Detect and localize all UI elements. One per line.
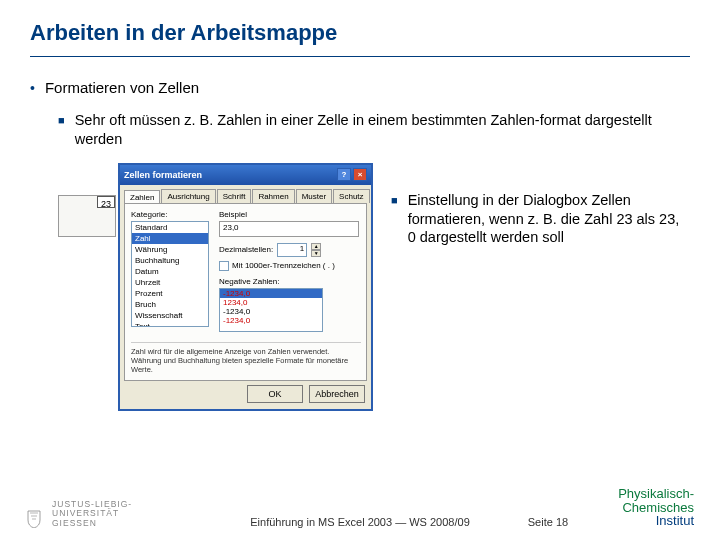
tab-rahmen[interactable]: Rahmen (252, 189, 294, 203)
cancel-button[interactable]: Abbrechen (309, 385, 365, 403)
category-listbox[interactable]: Standard Zahl Währung Buchhaltung Datum … (131, 221, 209, 327)
dialog-tabs: Zahlen Ausrichtung Schrift Rahmen Muster… (120, 185, 371, 203)
spinner-up-icon[interactable]: ▲ (311, 243, 321, 250)
cat-item[interactable]: Uhrzeit (132, 277, 208, 288)
cat-item[interactable]: Wissenschaft (132, 310, 208, 321)
title-divider (30, 56, 690, 57)
sample-label: Beispiel (219, 210, 359, 219)
cat-item[interactable]: Text (132, 321, 208, 327)
tab-zahlen[interactable]: Zahlen (124, 190, 160, 204)
dialog-body: Kategorie: Standard Zahl Währung Buchhal… (124, 203, 367, 381)
bullet-dot-icon: • (30, 79, 35, 97)
tab-schutz[interactable]: Schutz (333, 189, 369, 203)
format-cells-dialog: Zellen formatieren ? × Zahlen Ausrichtun… (118, 163, 373, 411)
tab-schrift[interactable]: Schrift (217, 189, 252, 203)
bullet3-text: Einstellung in der Dialogbox Zellen form… (408, 191, 680, 248)
checkbox-icon[interactable] (219, 261, 229, 271)
negative-listbox[interactable]: -1234,0 1234,0 -1234,0 -1234,0 (219, 288, 323, 332)
neg-item[interactable]: 1234,0 (220, 298, 322, 307)
decimals-label: Dezimalstellen: (219, 245, 273, 254)
sample-value: 23,0 (219, 221, 359, 237)
dialog-title-text: Zellen formatieren (124, 170, 202, 180)
cat-item-selected[interactable]: Zahl (132, 233, 208, 244)
bullet2-text: Sehr oft müssen z. B. Zahlen in einer Ze… (75, 111, 680, 149)
cat-item[interactable]: Standard (132, 222, 208, 233)
thousands-label: Mit 1000er-Trennzeichen ( . ) (232, 261, 335, 270)
university-logo-icon (26, 510, 42, 528)
slide-title: Arbeiten in der Arbeitsmappe (30, 20, 690, 46)
cell-value: 23 (101, 199, 111, 209)
ok-button[interactable]: OK (247, 385, 303, 403)
institute-name: Physikalisch- Chemisches Institut (618, 487, 694, 528)
bullet1-text: Formatieren von Zellen (45, 79, 199, 96)
bullet-level2-right: ■ Einstellung in der Dialogbox Zellen fo… (391, 191, 680, 248)
screenshot-block: 23 Zellen formatieren ? × Zahlen Ausrich… (58, 163, 373, 411)
page-number: Seite 18 (528, 516, 568, 528)
dialog-titlebar: Zellen formatieren ? × (120, 165, 371, 185)
bullet-level1: • Formatieren von Zellen (30, 79, 690, 97)
neg-item[interactable]: -1234,0 (220, 316, 322, 325)
bullet-square-icon: ■ (391, 191, 398, 209)
neg-item[interactable]: -1234,0 (220, 307, 322, 316)
cell-border: 23 (97, 196, 115, 208)
tab-ausrichtung[interactable]: Ausrichtung (161, 189, 215, 203)
excel-cell-preview: 23 (58, 195, 116, 237)
decimals-spinner[interactable]: ▲ ▼ (311, 243, 321, 257)
cat-item[interactable]: Prozent (132, 288, 208, 299)
neg-item-selected[interactable]: -1234,0 (220, 289, 322, 298)
bullet-square-icon: ■ (58, 111, 65, 129)
cat-item[interactable]: Buchhaltung (132, 255, 208, 266)
cat-item[interactable]: Bruch (132, 299, 208, 310)
close-button[interactable]: × (353, 168, 367, 181)
decimals-input[interactable]: 1 (277, 243, 307, 257)
bullet-level2: ■ Sehr oft müssen z. B. Zahlen in einer … (58, 111, 680, 149)
negative-label: Negative Zahlen: (219, 277, 359, 286)
cat-item[interactable]: Währung (132, 244, 208, 255)
course-footer: Einführung in MS Excel 2003 ― WS 2008/09 (250, 516, 470, 528)
dialog-help-text: Zahl wird für die allgemeine Anzeige von… (131, 342, 361, 374)
spinner-down-icon[interactable]: ▼ (311, 250, 321, 257)
university-name: JUSTUS-LIEBIG- UNIVERSITÄT GIESSEN (52, 500, 132, 528)
tab-muster[interactable]: Muster (296, 189, 332, 203)
thousands-checkbox-row[interactable]: Mit 1000er-Trennzeichen ( . ) (219, 261, 359, 271)
help-button[interactable]: ? (337, 168, 351, 181)
cat-item[interactable]: Datum (132, 266, 208, 277)
